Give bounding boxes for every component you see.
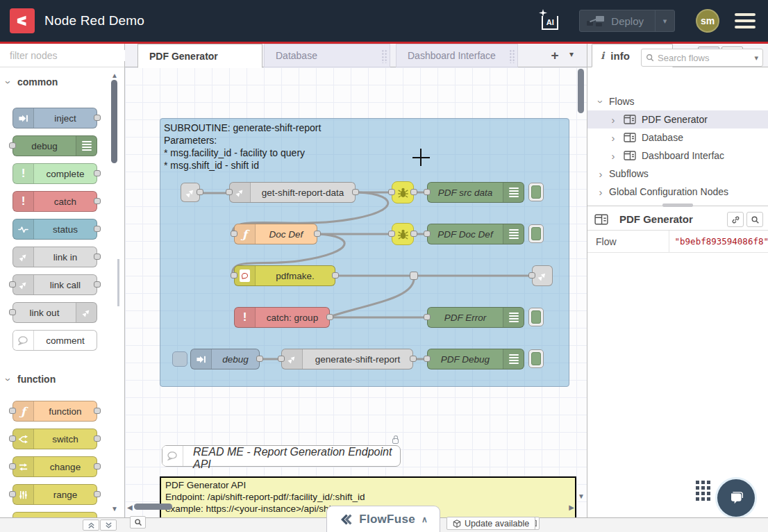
category-function[interactable]: › function (7, 372, 124, 387)
input-port[interactable] (278, 356, 285, 362)
output-port[interactable] (410, 231, 417, 237)
output-port[interactable] (197, 189, 203, 195)
tree-item-pdf-generator[interactable]: › PDF Generator (587, 110, 768, 128)
node-pdf-debug[interactable]: PDF Debug (427, 349, 524, 369)
node-pdf-src-data[interactable]: PDF src data (427, 182, 524, 203)
input-port[interactable] (231, 272, 237, 279)
tree-item-global-config[interactable]: › Global Configuration Nodes (587, 183, 768, 201)
input-port[interactable] (424, 189, 431, 195)
input-port[interactable] (424, 231, 431, 237)
wire-junction[interactable] (410, 272, 418, 280)
palette-node-partial[interactable] (12, 512, 97, 517)
node-readme-comment[interactable]: READ ME - Report Generation Endpoint API (162, 445, 401, 467)
canvas-vscrollbar-thumb[interactable] (578, 69, 584, 113)
palette-resize-handle[interactable] (117, 259, 119, 306)
output-port[interactable] (94, 463, 101, 469)
tab-list-caret[interactable]: ▾ (569, 49, 574, 59)
scrollbar-left-icon[interactable]: ◀ (127, 504, 133, 511)
input-port[interactable] (388, 189, 395, 195)
input-port[interactable] (9, 463, 16, 469)
deploy-options-caret[interactable]: ▾ (655, 10, 674, 32)
palette-expand-all-button[interactable] (100, 519, 117, 531)
tab-database[interactable]: Database (264, 44, 390, 67)
output-port[interactable] (332, 272, 339, 279)
output-port[interactable] (94, 435, 101, 442)
input-port[interactable] (388, 231, 395, 237)
tab-pdf-generator[interactable]: PDF Generator (137, 44, 262, 68)
add-flow-button[interactable]: + (546, 47, 564, 64)
main-menu-button[interactable] (735, 13, 756, 28)
debug-toggle-button[interactable] (528, 308, 544, 326)
divider-grip[interactable] (662, 203, 693, 207)
output-port[interactable] (94, 408, 101, 414)
palette-node-link-out[interactable]: link out (12, 302, 97, 323)
output-port[interactable] (94, 253, 101, 260)
update-available-button[interactable]: Update available (446, 517, 535, 530)
output-port[interactable] (94, 198, 101, 204)
input-port[interactable] (9, 435, 16, 442)
output-port[interactable] (326, 314, 333, 320)
user-avatar[interactable]: sm (696, 9, 719, 33)
node-pdf-error[interactable]: PDF Error (427, 307, 524, 328)
palette-node-debug[interactable]: debug (12, 135, 97, 156)
scrollbar-up-icon[interactable]: ▲ (111, 72, 118, 79)
tab-dashboard-interface[interactable]: Dashboard Interface (396, 44, 518, 67)
input-port[interactable] (9, 491, 16, 497)
output-port[interactable] (410, 356, 417, 362)
search-flows-input[interactable] (658, 53, 751, 63)
input-port[interactable] (424, 356, 431, 362)
output-port[interactable] (352, 189, 359, 195)
output-port[interactable] (94, 226, 101, 232)
output-port[interactable] (94, 115, 101, 121)
input-port[interactable] (9, 142, 16, 149)
palette-node-inject[interactable]: inject (12, 108, 97, 128)
node-pdf-doc-def[interactable]: PDF Doc Def (427, 224, 524, 244)
scrollbar-down-icon[interactable]: ▼ (578, 492, 585, 500)
node-inject-debug[interactable]: debug (190, 349, 260, 369)
canvas-search-button[interactable] (130, 516, 146, 529)
palette-node-function[interactable]: ƒ function (12, 401, 97, 422)
debug-bug-node[interactable] (392, 181, 414, 203)
output-port[interactable] (94, 170, 101, 176)
search-node-button[interactable] (746, 212, 763, 227)
palette-scroll-area[interactable]: › common inject debug ! complete ! catch… (0, 67, 124, 517)
scrollbar-right-icon[interactable]: ▶ (569, 504, 574, 511)
output-port[interactable] (256, 356, 263, 362)
category-common[interactable]: › common (7, 74, 124, 90)
inject-trigger-button[interactable] (172, 351, 187, 367)
input-port[interactable] (9, 309, 16, 315)
tree-item-flows[interactable]: › Flows (587, 92, 768, 110)
deploy-button[interactable]: Deploy ▾ (579, 10, 675, 32)
palette-node-link-call[interactable]: link call (12, 274, 97, 295)
widget-drag-dots[interactable] (696, 481, 710, 501)
node-generate-shift-report[interactable]: generate-shift-report (281, 349, 413, 369)
palette-node-range[interactable]: range (12, 484, 97, 505)
scrollbar-down-icon[interactable]: ▼ (111, 505, 118, 513)
output-port[interactable] (410, 189, 417, 195)
debug-toggle-button[interactable] (528, 349, 544, 368)
tree-item-subflows[interactable]: › Subflows (587, 165, 768, 183)
input-port[interactable] (9, 408, 16, 414)
tab-drag-grip[interactable] (381, 49, 387, 63)
canvas-hscrollbar-thumb[interactable] (134, 504, 172, 510)
input-port[interactable] (424, 314, 431, 320)
node-catch-group[interactable]: ! catch: group (234, 307, 330, 328)
output-port[interactable] (94, 491, 101, 497)
debug-toggle-button[interactable] (528, 183, 544, 201)
debug-bug-node[interactable] (392, 223, 414, 245)
link-out-node[interactable] (532, 265, 553, 286)
palette-node-complete[interactable]: ! complete (12, 163, 97, 184)
palette-node-change[interactable]: change (12, 456, 97, 477)
palette-collapse-all-button[interactable] (83, 519, 99, 531)
palette-node-link-in[interactable]: link in (12, 247, 97, 267)
palette-node-switch[interactable]: switch (12, 429, 97, 449)
output-port[interactable] (94, 281, 101, 288)
copy-link-button[interactable] (727, 212, 744, 227)
flowfuse-panel-button[interactable]: FlowFuse ∧ (326, 506, 440, 532)
output-port[interactable] (314, 231, 321, 237)
palette-node-comment[interactable]: comment (12, 330, 97, 351)
palette-node-status[interactable]: status (12, 219, 97, 240)
filter-nodes-input[interactable] (10, 50, 135, 61)
input-port[interactable] (226, 189, 233, 195)
node-pdfmake[interactable]: pdfmake. (234, 265, 335, 286)
